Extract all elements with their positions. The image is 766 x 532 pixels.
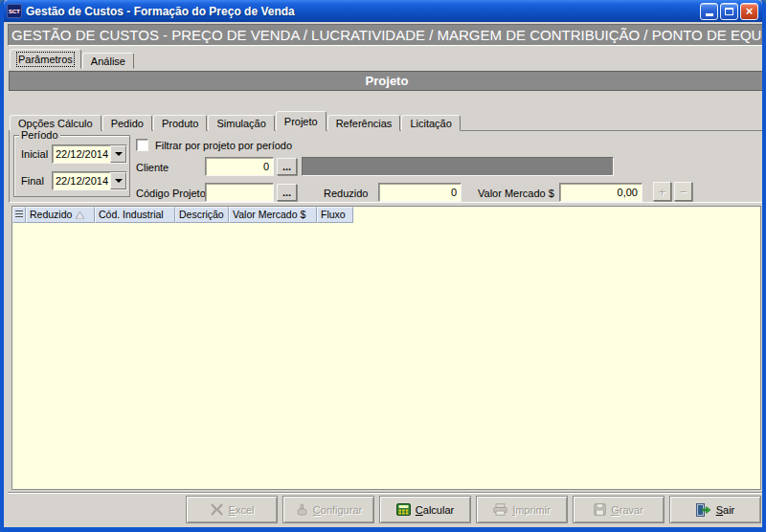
chevron-down-icon — [115, 179, 123, 183]
column-header-descricao-label: Descrição — [179, 208, 224, 222]
tab-pedido-label: Pedido — [111, 118, 144, 129]
column-header-descricao[interactable]: Descrição — [175, 207, 229, 223]
minus-icon: − — [680, 185, 687, 199]
app-icon: SCT — [7, 4, 22, 18]
excel-button[interactable]: Excel — [186, 496, 278, 523]
client-area: GESTÃO DE CUSTOS - PREÇO DE VENDA / LUCR… — [8, 22, 758, 522]
tab-produto-label: Produto — [162, 118, 199, 129]
tab-projeto[interactable]: Projeto — [276, 111, 327, 131]
tab-simulacao-label: Simulação — [216, 118, 265, 129]
gravar-button[interactable]: Gravar — [573, 496, 665, 523]
codigo-projeto-input[interactable] — [205, 183, 274, 202]
remove-button[interactable]: − — [674, 182, 692, 201]
data-final-combobox[interactable]: 22/12/2014 — [52, 171, 127, 190]
cliente-nome-field-disabled — [302, 157, 614, 176]
main-tab-strip: Parâmetros Análise — [10, 51, 135, 69]
column-header-cod-industrial-label: Cód. Industrial — [99, 208, 164, 222]
tab-licitacao[interactable]: Licitação — [401, 115, 460, 131]
tab-licitacao-label: Licitação — [410, 118, 451, 129]
inicial-label: Inicial — [21, 148, 48, 160]
gravar-button-label: Gravar — [611, 504, 643, 516]
page-title: GESTÃO DE CUSTOS - PREÇO DE VENDA / LUCR… — [8, 24, 766, 46]
data-inicial-combobox[interactable]: 22/12/2014 — [52, 144, 127, 164]
cliente-input[interactable] — [205, 157, 274, 176]
configure-hand-icon — [295, 503, 308, 517]
filters-panel: Período Inicial 22/12/2014 Final 22/12/2… — [9, 130, 765, 203]
valor-mercado-label: Valor Mercado $ — [478, 188, 554, 199]
excel-button-label: Excel — [229, 504, 255, 516]
ellipsis-icon: ... — [282, 161, 291, 172]
tab-referencias[interactable]: Referências — [327, 115, 401, 131]
footer-separator — [8, 492, 766, 494]
tab-referencias-label: Referências — [336, 118, 393, 129]
sair-button[interactable]: Sair — [669, 496, 761, 523]
excel-icon — [210, 503, 224, 516]
reduzido-input[interactable] — [378, 183, 462, 202]
imprimir-button[interactable]: Imprimir — [476, 496, 568, 523]
column-header-cod-industrial[interactable]: Cód. Industrial — [95, 207, 175, 223]
section-banner: Projeto — [9, 71, 765, 91]
grid-properties-icon — [15, 211, 23, 219]
sub-tab-strip: Opções Cálculo Pedido Produto Simulação … — [10, 111, 462, 131]
cliente-browse-button[interactable]: ... — [277, 158, 297, 175]
tab-analise-label: Análise — [91, 55, 125, 67]
data-inicial-dropdown-button[interactable] — [110, 145, 126, 163]
grid-header-row: Reduzido Cód. Industrial Descrição Valor… — [12, 207, 760, 223]
tab-produto[interactable]: Produto — [153, 115, 208, 131]
calcular-button[interactable]: Calcular — [379, 496, 471, 523]
close-icon: × — [746, 5, 754, 17]
configurar-button-label: Configurar — [313, 504, 362, 516]
chevron-down-icon — [115, 152, 123, 156]
grid-body-empty — [12, 223, 760, 490]
data-final-dropdown-button[interactable] — [110, 172, 126, 189]
resultados-grid: Reduzido Cód. Industrial Descrição Valor… — [11, 206, 761, 490]
periodo-groupbox: Período Inicial 22/12/2014 Final 22/12/2… — [13, 135, 130, 197]
add-button[interactable]: + — [653, 182, 671, 201]
app-window: SCT Gestão de Custos - Formação do Preço… — [0, 0, 766, 532]
window-controls: × — [700, 3, 758, 20]
filtrar-por-projeto-checkbox[interactable] — [136, 139, 148, 151]
minimize-icon — [706, 13, 713, 16]
tab-opcoes-calculo-label: Opções Cálculo — [18, 118, 93, 129]
codigo-projeto-browse-button[interactable]: ... — [277, 184, 297, 201]
column-header-reduzido-label: Reduzido — [30, 208, 72, 222]
ellipsis-icon: ... — [282, 187, 291, 198]
plus-icon: + — [659, 185, 666, 199]
tab-analise[interactable]: Análise — [82, 53, 134, 69]
calcular-button-label: Calcular — [416, 504, 454, 516]
save-floppy-icon — [594, 503, 606, 516]
column-header-fluxo-label: Fluxo — [321, 208, 346, 222]
data-final-value: 22/12/2014 — [53, 172, 110, 189]
sort-ascending-icon — [76, 211, 84, 219]
printer-icon — [493, 503, 507, 516]
column-header-valor-mercado[interactable]: Valor Mercado $ — [229, 207, 317, 223]
tab-pedido[interactable]: Pedido — [102, 115, 152, 131]
maximize-icon — [725, 8, 733, 15]
data-inicial-value: 22/12/2014 — [53, 145, 110, 163]
tab-simulacao[interactable]: Simulação — [208, 115, 274, 131]
minimize-button[interactable] — [700, 3, 718, 20]
title-bar[interactable]: SCT Gestão de Custos - Formação do Preço… — [4, 0, 762, 22]
final-label: Final — [21, 175, 44, 187]
exit-door-icon — [696, 503, 711, 517]
column-header-valor-mercado-label: Valor Mercado $ — [233, 208, 305, 222]
codigo-projeto-label: Código Projeto — [136, 188, 206, 199]
action-button-bar: Excel Configurar — [186, 496, 761, 523]
tab-parametros-label: Parâmetros — [18, 54, 73, 65]
tab-opcoes-calculo[interactable]: Opções Cálculo — [10, 115, 101, 131]
valor-mercado-input[interactable] — [559, 183, 642, 202]
column-header-fluxo[interactable]: Fluxo — [317, 207, 353, 223]
imprimir-button-label: Imprimir — [512, 504, 551, 516]
tab-parametros[interactable]: Parâmetros — [10, 49, 81, 69]
filtrar-por-projeto-label: Filtrar por projeto por período — [155, 140, 292, 151]
reduzido-label: Reduzido — [324, 188, 368, 199]
calculator-icon — [396, 503, 411, 516]
grid-corner-button[interactable] — [12, 207, 26, 223]
close-button[interactable]: × — [740, 3, 758, 20]
column-header-reduzido[interactable]: Reduzido — [26, 207, 95, 223]
configurar-button[interactable]: Configurar — [282, 496, 374, 523]
cliente-label: Cliente — [136, 162, 169, 173]
sair-button-label: Sair — [716, 504, 735, 516]
maximize-button[interactable] — [720, 3, 738, 20]
tab-projeto-label: Projeto — [284, 116, 318, 127]
